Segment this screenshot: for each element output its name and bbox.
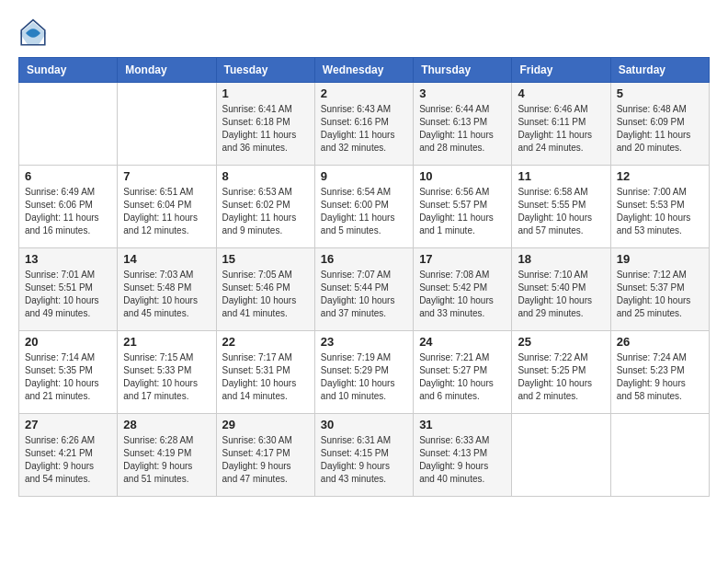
calendar-week-4: 20Sunrise: 7:14 AMSunset: 5:35 PMDayligh… (19, 331, 710, 414)
day-number: 26 (617, 335, 703, 349)
calendar-week-2: 6Sunrise: 6:49 AMSunset: 6:06 PMDaylight… (19, 166, 710, 248)
calendar-cell: 19Sunrise: 7:12 AMSunset: 5:37 PMDayligh… (610, 248, 709, 331)
calendar-cell: 9Sunrise: 6:54 AMSunset: 6:00 PMDaylight… (314, 166, 413, 248)
day-number: 13 (25, 252, 111, 266)
calendar-cell: 11Sunrise: 6:58 AMSunset: 5:55 PMDayligh… (512, 166, 610, 248)
day-info: Sunrise: 7:15 AMSunset: 5:33 PMDaylight:… (123, 351, 210, 403)
day-info: Sunrise: 7:10 AMSunset: 5:40 PMDaylight:… (518, 269, 604, 320)
day-number: 5 (617, 86, 703, 100)
day-info: Sunrise: 6:46 AMSunset: 6:11 PMDaylight:… (518, 103, 604, 155)
logo-icon (18, 18, 48, 48)
day-info: Sunrise: 6:26 AMSunset: 4:21 PMDaylight:… (25, 434, 111, 486)
calendar-cell: 26Sunrise: 7:24 AMSunset: 5:23 PMDayligh… (610, 331, 709, 414)
day-info: Sunrise: 6:31 AMSunset: 4:15 PMDaylight:… (321, 434, 407, 486)
day-number: 18 (518, 252, 604, 266)
day-header-monday: Monday (118, 58, 216, 83)
day-header-sunday: Sunday (19, 58, 118, 83)
day-number: 25 (518, 335, 604, 349)
day-header-friday: Friday (512, 58, 610, 83)
calendar-cell: 2Sunrise: 6:43 AMSunset: 6:16 PMDaylight… (314, 83, 413, 166)
day-info: Sunrise: 6:33 AMSunset: 4:13 PMDaylight:… (419, 434, 506, 486)
day-info: Sunrise: 7:00 AMSunset: 5:53 PMDaylight:… (617, 186, 703, 237)
day-number: 30 (321, 418, 407, 431)
calendar-cell: 1Sunrise: 6:41 AMSunset: 6:18 PMDaylight… (216, 83, 314, 166)
calendar-cell: 20Sunrise: 7:14 AMSunset: 5:35 PMDayligh… (19, 331, 118, 414)
day-number: 21 (123, 335, 210, 349)
calendar-cell: 8Sunrise: 6:53 AMSunset: 6:02 PMDaylight… (216, 166, 314, 248)
day-header-tuesday: Tuesday (216, 58, 314, 83)
day-info: Sunrise: 7:01 AMSunset: 5:51 PMDaylight:… (25, 269, 111, 320)
day-header-thursday: Thursday (414, 58, 512, 83)
day-info: Sunrise: 6:56 AMSunset: 5:57 PMDaylight:… (419, 186, 506, 237)
day-number: 4 (518, 86, 604, 100)
calendar-cell: 15Sunrise: 7:05 AMSunset: 5:46 PMDayligh… (216, 248, 314, 331)
day-number: 12 (617, 169, 703, 183)
calendar-cell (512, 414, 610, 497)
calendar-cell: 24Sunrise: 7:21 AMSunset: 5:27 PMDayligh… (414, 331, 512, 414)
day-number: 7 (123, 169, 210, 183)
day-number: 20 (25, 335, 111, 349)
day-info: Sunrise: 7:24 AMSunset: 5:23 PMDaylight:… (617, 351, 703, 403)
day-header-saturday: Saturday (610, 58, 709, 83)
day-number: 29 (222, 418, 309, 431)
day-info: Sunrise: 7:19 AMSunset: 5:29 PMDaylight:… (321, 351, 407, 403)
day-info: Sunrise: 6:30 AMSunset: 4:17 PMDaylight:… (222, 434, 309, 486)
day-number: 19 (617, 252, 703, 266)
day-info: Sunrise: 6:54 AMSunset: 6:00 PMDaylight:… (321, 186, 407, 237)
calendar-cell: 3Sunrise: 6:44 AMSunset: 6:13 PMDaylight… (414, 83, 512, 166)
day-info: Sunrise: 7:21 AMSunset: 5:27 PMDaylight:… (419, 351, 506, 403)
calendar-cell: 6Sunrise: 6:49 AMSunset: 6:06 PMDaylight… (19, 166, 118, 248)
calendar-cell: 4Sunrise: 6:46 AMSunset: 6:11 PMDaylight… (512, 83, 610, 166)
day-number: 22 (222, 335, 309, 349)
day-number: 2 (321, 86, 407, 100)
calendar-cell: 21Sunrise: 7:15 AMSunset: 5:33 PMDayligh… (118, 331, 216, 414)
calendar-week-1: 1Sunrise: 6:41 AMSunset: 6:18 PMDaylight… (19, 83, 710, 166)
day-number: 1 (222, 86, 309, 100)
calendar-cell: 28Sunrise: 6:28 AMSunset: 4:19 PMDayligh… (118, 414, 216, 497)
calendar-cell: 16Sunrise: 7:07 AMSunset: 5:44 PMDayligh… (314, 248, 413, 331)
calendar-header-row: SundayMondayTuesdayWednesdayThursdayFrid… (19, 58, 710, 83)
day-number: 17 (419, 252, 506, 266)
day-header-wednesday: Wednesday (314, 58, 413, 83)
logo (18, 18, 51, 48)
day-info: Sunrise: 7:05 AMSunset: 5:46 PMDaylight:… (222, 269, 309, 320)
day-number: 24 (419, 335, 506, 349)
day-info: Sunrise: 7:22 AMSunset: 5:25 PMDaylight:… (518, 351, 604, 403)
calendar-cell: 13Sunrise: 7:01 AMSunset: 5:51 PMDayligh… (19, 248, 118, 331)
calendar-cell (118, 83, 216, 166)
calendar-cell: 5Sunrise: 6:48 AMSunset: 6:09 PMDaylight… (610, 83, 709, 166)
calendar-cell: 17Sunrise: 7:08 AMSunset: 5:42 PMDayligh… (414, 248, 512, 331)
day-info: Sunrise: 7:08 AMSunset: 5:42 PMDaylight:… (419, 269, 506, 320)
day-info: Sunrise: 7:17 AMSunset: 5:31 PMDaylight:… (222, 351, 309, 403)
calendar-cell: 27Sunrise: 6:26 AMSunset: 4:21 PMDayligh… (19, 414, 118, 497)
day-number: 3 (419, 86, 506, 100)
calendar-cell: 29Sunrise: 6:30 AMSunset: 4:17 PMDayligh… (216, 414, 314, 497)
day-info: Sunrise: 6:43 AMSunset: 6:16 PMDaylight:… (321, 103, 407, 155)
calendar-cell: 10Sunrise: 6:56 AMSunset: 5:57 PMDayligh… (414, 166, 512, 248)
day-number: 9 (321, 169, 407, 183)
calendar-cell: 25Sunrise: 7:22 AMSunset: 5:25 PMDayligh… (512, 331, 610, 414)
calendar-cell: 12Sunrise: 7:00 AMSunset: 5:53 PMDayligh… (610, 166, 709, 248)
day-info: Sunrise: 6:48 AMSunset: 6:09 PMDaylight:… (617, 103, 703, 155)
day-info: Sunrise: 7:07 AMSunset: 5:44 PMDaylight:… (321, 269, 407, 320)
day-number: 16 (321, 252, 407, 266)
day-number: 8 (222, 169, 309, 183)
day-info: Sunrise: 6:49 AMSunset: 6:06 PMDaylight:… (25, 186, 111, 237)
day-info: Sunrise: 6:53 AMSunset: 6:02 PMDaylight:… (222, 186, 309, 237)
day-info: Sunrise: 6:58 AMSunset: 5:55 PMDaylight:… (518, 186, 604, 237)
calendar-week-3: 13Sunrise: 7:01 AMSunset: 5:51 PMDayligh… (19, 248, 710, 331)
day-number: 11 (518, 169, 604, 183)
page-header (18, 18, 710, 48)
calendar-cell: 31Sunrise: 6:33 AMSunset: 4:13 PMDayligh… (414, 414, 512, 497)
day-number: 28 (123, 418, 210, 431)
day-number: 10 (419, 169, 506, 183)
day-number: 23 (321, 335, 407, 349)
day-number: 14 (123, 252, 210, 266)
day-info: Sunrise: 7:14 AMSunset: 5:35 PMDaylight:… (25, 351, 111, 403)
calendar-cell: 23Sunrise: 7:19 AMSunset: 5:29 PMDayligh… (314, 331, 413, 414)
calendar-cell (19, 83, 118, 166)
day-number: 27 (25, 418, 111, 431)
day-info: Sunrise: 6:28 AMSunset: 4:19 PMDaylight:… (123, 434, 210, 486)
day-number: 15 (222, 252, 309, 266)
calendar-cell: 7Sunrise: 6:51 AMSunset: 6:04 PMDaylight… (118, 166, 216, 248)
